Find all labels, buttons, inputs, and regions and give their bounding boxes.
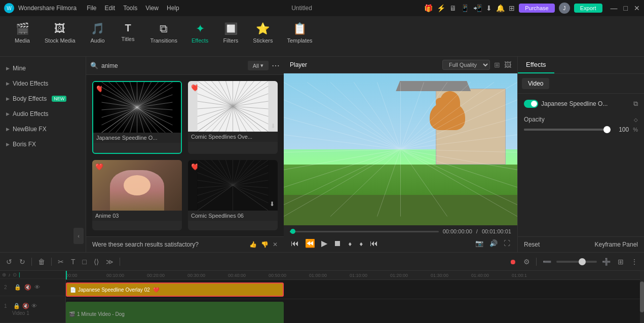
close-button[interactable]: ✕	[634, 4, 640, 12]
skip-back-button[interactable]: ⏮	[290, 238, 300, 249]
search-input[interactable]	[101, 62, 245, 69]
timeline-record-button[interactable]: ⏺	[507, 257, 518, 267]
track-lock-icon-2[interactable]: 🔒	[14, 284, 21, 291]
minimize-button[interactable]: —	[611, 4, 618, 12]
toolbar-item-filters[interactable]: 🔲 Filters	[216, 20, 245, 46]
toolbar-item-stock-media[interactable]: 🖼 Stock Media	[39, 20, 82, 46]
grid-icon[interactable]: ⊞	[509, 4, 515, 12]
track-lock-icon-1[interactable]: 🔒	[13, 303, 20, 309]
download-icon[interactable]: ⬇	[486, 4, 492, 12]
effect-card-anime-03[interactable]: ❤️ Anime 03	[92, 160, 182, 231]
track-eye-icon-2[interactable]: 👁	[34, 284, 40, 290]
clip-japanese-speedline[interactable]: 📄 Japanese Speedline Overlay 02 ❤️	[66, 282, 284, 297]
opacity-thumb[interactable]	[603, 126, 611, 133]
timeline-zoom-out-button[interactable]: ➖	[541, 257, 553, 267]
reset-button[interactable]: Reset	[524, 241, 540, 248]
lightning-icon[interactable]: ⚡	[437, 4, 445, 12]
feedback-close-button[interactable]: ✕	[273, 241, 278, 248]
gift-icon[interactable]: 🎁	[424, 4, 433, 12]
sidebar-item-newblue-fx[interactable]: ▶ NewBlue FX	[0, 122, 86, 137]
timeline-scrollbar[interactable]	[640, 271, 644, 323]
user-avatar[interactable]: J	[559, 3, 570, 14]
keyframe-diamond-icon[interactable]: ◇	[634, 117, 638, 123]
effect-toggle[interactable]	[524, 100, 538, 108]
more-options-icon[interactable]: ⋯	[272, 61, 280, 70]
timeline-cut-button[interactable]: ✂	[56, 257, 66, 267]
sidebar-item-body-effects[interactable]: ▶ Body Effects NEW	[0, 91, 86, 106]
right-subtab-video[interactable]: Video	[528, 80, 543, 87]
right-tab-effects[interactable]: Effects	[518, 57, 554, 73]
track-eye-icon-1[interactable]: 👁	[31, 303, 37, 309]
fullscreen-button[interactable]: ⛶	[503, 238, 511, 248]
effect-card-japanese-speedline[interactable]: ❤️	[92, 81, 182, 154]
opacity-slider[interactable]	[524, 129, 611, 131]
export-button[interactable]: Export	[574, 4, 602, 13]
photo-view-icon[interactable]: 🖼	[504, 61, 511, 69]
sidebar-item-audio-effects[interactable]: ▶ Audio Effects	[0, 106, 86, 122]
clip-back-button[interactable]: ⏮	[369, 238, 379, 249]
sidebar-item-video-effects[interactable]: ▶ Video Effects	[0, 76, 86, 91]
mobile-icon[interactable]: 📱	[461, 4, 469, 12]
add-audio-icon[interactable]: ♪	[8, 272, 11, 277]
copy-icon[interactable]: ⧉	[633, 100, 638, 108]
stop-button[interactable]: ⏹	[332, 238, 343, 249]
add-track-icon[interactable]: ⊕	[2, 272, 6, 277]
toolbar-item-transitions[interactable]: ⧉ Transitions	[144, 20, 183, 46]
player-tab[interactable]: Player	[290, 61, 307, 68]
timeline-undo-button[interactable]: ↺	[4, 257, 14, 267]
timeline-settings-button[interactable]: ⚙	[521, 257, 532, 267]
phone-icon[interactable]: 📲	[473, 4, 482, 12]
menu-edit[interactable]: Edit	[105, 5, 116, 12]
toolbar-item-effects[interactable]: ✦ Effects	[185, 20, 214, 46]
track-sound-icon-2[interactable]: 🔇	[24, 284, 31, 291]
timeline-more-button[interactable]: ≫	[104, 257, 116, 267]
effect-card-comic-speedlines-06[interactable]: ❤️ ⬇ Comic Speedlines 06	[188, 160, 278, 231]
timeline-more2-button[interactable]: ⋮	[629, 257, 640, 267]
track-sound-icon-1[interactable]: 🔇	[22, 303, 29, 309]
maximize-button[interactable]: □	[624, 4, 628, 12]
play-button[interactable]: ▶	[320, 237, 328, 249]
frame-back-button[interactable]: ⏪	[304, 237, 316, 249]
sidebar-item-mine[interactable]: ▶ Mine	[0, 61, 86, 76]
panel-collapse-button[interactable]: ‹	[73, 228, 84, 244]
mark-in-button[interactable]: ⬧	[347, 238, 354, 249]
quality-select[interactable]: Full Quality	[442, 60, 490, 70]
effect-card-comic-speedlines[interactable]: ❤️ ⬇ Comic Speedlines Ove...	[188, 81, 278, 154]
timeline-crop-button[interactable]: □	[81, 257, 89, 267]
sidebar-item-boris-fx[interactable]: ▶ Boris FX	[0, 137, 86, 152]
track-label-1: 1 🔒 🔇 👁 Video 1	[0, 296, 65, 323]
grid-view-icon[interactable]: ⊞	[494, 61, 500, 69]
progress-track[interactable]	[290, 231, 439, 232]
toolbar-item-titles[interactable]: T Titles	[114, 20, 142, 44]
menu-file[interactable]: File	[87, 5, 96, 12]
timeline-zoom-in-button[interactable]: ➕	[600, 257, 613, 267]
toolbar-item-templates[interactable]: 📋 Templates	[281, 20, 318, 46]
speaker-button[interactable]: 🔊	[488, 238, 499, 248]
timeline-layout-button[interactable]: ⊞	[616, 257, 626, 267]
clip-video[interactable]: 🎬 1 Minute Video - Dog	[66, 302, 284, 323]
purchase-button[interactable]: Purchase	[519, 4, 554, 13]
menu-help[interactable]: Help	[167, 5, 179, 12]
toolbar-item-stickers[interactable]: ⭐ Stickers	[247, 20, 279, 46]
thumbup-button[interactable]: 👍	[249, 241, 257, 248]
timeline-speed-button[interactable]: ⟨⟩	[92, 257, 101, 267]
keyframe-panel-button[interactable]: Keyframe Panel	[595, 241, 638, 248]
playhead[interactable]	[66, 271, 67, 280]
menu-tools[interactable]: Tools	[123, 5, 137, 12]
timeline-scroll-thumb[interactable]	[640, 281, 644, 313]
timeline-zoom-slider[interactable]	[556, 261, 597, 263]
menu-view[interactable]: View	[145, 5, 159, 12]
magnet-icon[interactable]: ⊙	[13, 272, 17, 277]
filter-dropdown[interactable]: All ▾	[248, 61, 269, 70]
progress-thumb[interactable]	[290, 229, 295, 234]
toolbar-item-media[interactable]: 🎬 Media	[8, 20, 36, 46]
camera-button[interactable]: 📷	[474, 238, 484, 248]
bell-icon[interactable]: 🔔	[496, 4, 505, 12]
mark-out-button[interactable]: ⬧	[358, 238, 365, 249]
monitor-icon[interactable]: 🖥	[449, 4, 457, 12]
thumbdown-button[interactable]: 👎	[261, 241, 269, 248]
timeline-delete-button[interactable]: 🗑	[36, 257, 47, 267]
timeline-redo-button[interactable]: ↻	[17, 257, 27, 267]
timeline-text-button[interactable]: T	[69, 257, 78, 267]
toolbar-item-audio[interactable]: 🎵 Audio	[84, 20, 112, 46]
